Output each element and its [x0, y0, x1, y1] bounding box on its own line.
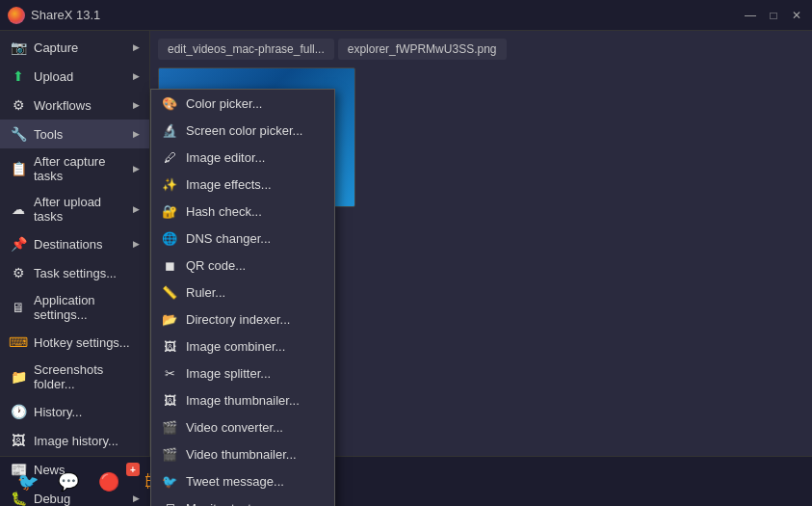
maximize-button[interactable]: □	[766, 8, 781, 23]
hash-check-icon: 🔐	[161, 202, 178, 220]
menu-item-tweet-message[interactable]: 🐦 Tweet message...	[151, 467, 334, 494]
sidebar-label-history: History...	[34, 405, 82, 419]
menu-item-image-combiner[interactable]: 🖼 Image combiner...	[151, 333, 334, 360]
app-settings-icon: 🖥	[10, 299, 27, 316]
sidebar-item-tools[interactable]: 🔧 Tools	[0, 120, 149, 148]
dns-changer-label: DNS changer...	[186, 231, 271, 246]
sidebar-item-news[interactable]: 📰 News +	[0, 455, 149, 484]
menu-item-video-thumbnailer[interactable]: 🎬 Video thumbnailer...	[151, 440, 334, 467]
video-thumbnailer-icon: 🎬	[161, 445, 178, 463]
task-settings-icon: ⚙	[10, 264, 27, 281]
sidebar-label-screenshots: Screenshots folder...	[34, 362, 140, 391]
tools-icon: 🔧	[10, 125, 27, 143]
sidebar-item-history[interactable]: 🕐 History...	[0, 397, 149, 426]
sidebar-label-workflows: Workflows	[34, 98, 92, 113]
main-layout: 📷 Capture ⬆ Upload ⚙ Workflows 🔧 Tools 📋…	[0, 31, 812, 456]
video-converter-label: Video converter...	[186, 420, 283, 435]
qr-code-icon: ◼	[161, 256, 178, 274]
history-icon: 🕐	[10, 403, 27, 420]
sidebar-item-capture[interactable]: 📷 Capture	[0, 33, 149, 62]
screenshots-icon: 📁	[10, 368, 27, 386]
video-thumbnailer-label: Video thumbnailer...	[186, 447, 297, 462]
sidebar-item-image-history[interactable]: 🖼 Image history...	[0, 426, 149, 455]
titlebar: ShareX 13.1 — □ ✕	[0, 0, 812, 31]
debug-icon: 🐛	[10, 490, 27, 506]
menu-item-hash-check[interactable]: 🔐 Hash check...	[151, 198, 334, 225]
sidebar-item-destinations[interactable]: 📌 Destinations	[0, 229, 149, 258]
sidebar-item-task-settings[interactable]: ⚙ Task settings...	[0, 258, 149, 287]
sidebar-item-workflows[interactable]: ⚙ Workflows	[0, 91, 149, 120]
sidebar-label-news: News	[34, 463, 65, 477]
sidebar-item-after-capture[interactable]: 📋 After capture tasks	[0, 148, 149, 189]
image-splitter-label: Image splitter...	[186, 366, 271, 381]
sidebar-item-upload[interactable]: ⬆ Upload	[0, 62, 149, 91]
close-button[interactable]: ✕	[789, 8, 804, 23]
image-history-icon: 🖼	[10, 432, 27, 449]
news-icon: 📰	[10, 461, 27, 478]
menu-item-color-picker[interactable]: 🎨 Color picker...	[151, 90, 334, 117]
after-capture-icon: 📋	[10, 160, 27, 177]
workflows-icon: ⚙	[10, 96, 27, 114]
sidebar-label-upload: Upload	[34, 69, 73, 84]
sidebar-label-after-capture: After capture tasks	[34, 154, 126, 183]
ruler-label: Ruler...	[186, 285, 225, 300]
menu-item-dns-changer[interactable]: 🌐 DNS changer...	[151, 225, 334, 252]
directory-indexer-icon: 📂	[161, 310, 178, 328]
image-combiner-label: Image combiner...	[186, 339, 285, 354]
sidebar-label-capture: Capture	[34, 40, 78, 55]
menu-item-image-effects[interactable]: ✨ Image effects...	[151, 171, 334, 198]
news-badge: +	[126, 463, 140, 476]
sidebar-item-screenshots-folder[interactable]: 📁 Screenshots folder...	[0, 357, 149, 397]
sidebar-label-destinations: Destinations	[34, 237, 103, 252]
file-tab-0[interactable]: edit_videos_mac-phrase_full...	[158, 39, 334, 60]
sidebar-label-task-settings: Task settings...	[34, 266, 117, 280]
image-editor-icon: 🖊	[161, 148, 178, 166]
after-upload-icon: ☁	[10, 200, 27, 218]
sidebar-item-app-settings[interactable]: 🖥 Application settings...	[0, 287, 149, 328]
menu-item-directory-indexer[interactable]: 📂 Directory indexer...	[151, 306, 334, 333]
menu-item-monitor-test[interactable]: 🖥 Monitor test...	[151, 494, 334, 506]
sidebar-label-debug: Debug	[34, 492, 70, 506]
color-picker-label: Color picker...	[186, 96, 262, 111]
monitor-test-icon: 🖥	[161, 499, 178, 506]
image-effects-label: Image effects...	[186, 177, 272, 192]
image-splitter-icon: ✂	[161, 364, 178, 382]
sidebar-label-tools: Tools	[34, 127, 63, 142]
file-tabs: edit_videos_mac-phrase_full... explorer_…	[158, 39, 804, 60]
sidebar-label-image-history: Image history...	[34, 434, 118, 448]
menu-item-image-editor[interactable]: 🖊 Image editor...	[151, 144, 334, 171]
window-controls: — □ ✕	[743, 8, 804, 23]
menu-item-screen-color-picker[interactable]: 🔬 Screen color picker...	[151, 117, 334, 144]
menu-item-image-thumbnailer[interactable]: 🖼 Image thumbnailer...	[151, 386, 334, 413]
sidebar-label-after-upload: After upload tasks	[34, 195, 126, 224]
menu-item-ruler[interactable]: 📏 Ruler...	[151, 279, 334, 306]
menu-item-video-converter[interactable]: 🎬 Video converter...	[151, 413, 334, 440]
screen-color-picker-label: Screen color picker...	[186, 123, 302, 138]
app-title: ShareX 13.1	[31, 8, 743, 22]
sidebar-item-debug[interactable]: 🐛 Debug	[0, 484, 149, 506]
tweet-message-label: Tweet message...	[186, 474, 284, 489]
dns-changer-icon: 🌐	[161, 229, 178, 247]
tweet-message-icon: 🐦	[161, 472, 178, 490]
video-converter-icon: 🎬	[161, 418, 178, 436]
directory-indexer-label: Directory indexer...	[186, 312, 290, 327]
file-tab-1[interactable]: explorer_fWPRMwU3SS.png	[338, 39, 507, 60]
menu-item-qr-code[interactable]: ◼ QR code...	[151, 252, 334, 279]
sidebar-label-hotkey: Hotkey settings...	[34, 335, 130, 350]
image-thumbnailer-label: Image thumbnailer...	[186, 393, 300, 408]
tools-dropdown-menu: 🎨 Color picker... 🔬 Screen color picker.…	[150, 89, 335, 506]
sidebar-item-after-upload[interactable]: ☁ After upload tasks	[0, 189, 149, 229]
sidebar: 📷 Capture ⬆ Upload ⚙ Workflows 🔧 Tools 📋…	[0, 31, 150, 456]
screen-color-picker-icon: 🔬	[161, 121, 178, 139]
hotkey-icon: ⌨	[10, 333, 27, 351]
ruler-icon: 📏	[161, 283, 178, 301]
destinations-icon: 📌	[10, 235, 27, 253]
upload-icon: ⬆	[10, 67, 27, 85]
monitor-test-label: Monitor test...	[186, 501, 262, 507]
sidebar-label-app-settings: Application settings...	[34, 293, 140, 322]
minimize-button[interactable]: —	[743, 8, 758, 23]
image-combiner-icon: 🖼	[161, 337, 178, 355]
image-thumbnailer-icon: 🖼	[161, 391, 178, 409]
sidebar-item-hotkey-settings[interactable]: ⌨ Hotkey settings...	[0, 328, 149, 357]
menu-item-image-splitter[interactable]: ✂ Image splitter...	[151, 360, 334, 386]
